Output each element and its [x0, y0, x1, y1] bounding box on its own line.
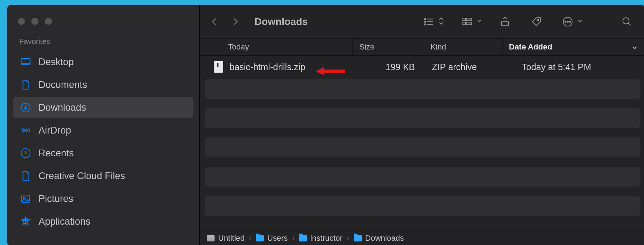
download-icon — [20, 102, 31, 113]
sidebar-item-recents[interactable]: Recents — [13, 142, 194, 164]
svg-point-3 — [24, 129, 27, 132]
column-header-date-added[interactable]: Date Added — [503, 38, 644, 55]
toolbar: Downloads — [200, 5, 644, 38]
folder-icon — [354, 235, 362, 241]
sidebar-item-label: Creative Cloud Files — [38, 171, 125, 182]
sidebar-item-pictures[interactable]: Pictures — [13, 188, 194, 209]
path-segment-untitled[interactable]: Untitled — [207, 234, 245, 243]
svg-point-9 — [424, 21, 426, 22]
search-button[interactable] — [618, 13, 635, 30]
action-menu-button[interactable] — [559, 13, 583, 30]
file-row-empty — [205, 108, 640, 128]
view-list-control[interactable] — [420, 13, 444, 30]
drive-icon — [207, 235, 215, 241]
close-window-button[interactable] — [18, 18, 25, 25]
file-name: basic-html-drills.zip — [230, 62, 305, 72]
svg-rect-17 — [467, 22, 469, 24]
file-date-cell: Today at 5:41 PM — [508, 62, 631, 72]
path-segment-instructor[interactable]: instructor — [299, 234, 342, 243]
sidebar-item-desktop[interactable]: Desktop — [13, 51, 194, 73]
applications-icon — [20, 216, 31, 227]
file-row-empty — [205, 137, 640, 157]
airdrop-icon — [20, 125, 31, 136]
annotation-arrow-icon — [315, 64, 347, 78]
file-list: basic-html-drills.zip 199 KB ZIP archive… — [200, 56, 644, 230]
file-row-empty — [205, 196, 640, 216]
svg-line-26 — [628, 23, 630, 25]
image-icon — [20, 193, 31, 204]
column-header-kind[interactable]: Kind — [424, 38, 503, 55]
svg-rect-16 — [463, 22, 466, 24]
file-kind-cell: ZIP archive — [429, 62, 508, 72]
ellipsis-circle-icon — [559, 13, 576, 30]
svg-marker-28 — [316, 67, 324, 75]
folder-icon — [256, 235, 264, 241]
sidebar-item-applications[interactable]: Applications — [13, 211, 194, 232]
sidebar-item-label: Documents — [38, 79, 87, 90]
file-row[interactable]: basic-html-drills.zip 199 KB ZIP archive… — [205, 57, 640, 77]
main-area: Downloads — [200, 5, 644, 245]
column-header-row: Today Size Kind Date Added — [200, 38, 644, 56]
grid-group-icon — [459, 13, 476, 30]
svg-rect-0 — [21, 58, 30, 65]
svg-point-20 — [537, 19, 539, 21]
list-view-icon — [420, 13, 437, 30]
document-icon — [20, 170, 31, 182]
svg-rect-18 — [470, 22, 472, 24]
minimize-window-button[interactable] — [31, 18, 38, 25]
path-separator-icon: › — [249, 234, 252, 243]
svg-point-7 — [424, 18, 426, 20]
sidebar-section-label: Favorites — [7, 37, 199, 51]
svg-point-23 — [567, 21, 568, 22]
sidebar-item-label: Desktop — [38, 57, 74, 68]
share-button[interactable] — [496, 13, 514, 30]
column-header-name[interactable]: Today — [200, 38, 353, 55]
path-separator-icon: › — [347, 234, 349, 243]
sidebar-item-creative-cloud-files[interactable]: Creative Cloud Files — [13, 165, 194, 187]
svg-point-22 — [565, 21, 566, 22]
sidebar-item-label: Applications — [38, 216, 91, 227]
svg-point-24 — [570, 21, 571, 22]
file-row-empty — [205, 167, 640, 187]
window-traffic-lights — [7, 12, 199, 37]
chevron-down-icon — [476, 18, 482, 25]
path-segment-downloads[interactable]: Downloads — [354, 234, 404, 243]
path-segment-users[interactable]: Users — [256, 234, 288, 243]
svg-rect-15 — [470, 18, 472, 20]
tags-button[interactable] — [528, 13, 545, 30]
sidebar-item-documents[interactable]: Documents — [13, 74, 194, 95]
chevron-up-down-icon — [438, 16, 444, 27]
zip-file-icon — [214, 61, 223, 73]
file-row-empty — [205, 79, 640, 99]
toolbar-right-group — [420, 13, 635, 30]
path-bar: Untitled › Users › instructor › Download… — [200, 230, 644, 245]
file-size-cell: 199 KB — [358, 62, 429, 72]
clock-icon — [20, 147, 31, 159]
desktop-icon — [20, 56, 31, 68]
path-separator-icon: › — [292, 234, 294, 243]
group-by-control[interactable] — [459, 13, 482, 30]
nav-forward-button[interactable] — [227, 14, 243, 30]
column-header-size[interactable]: Size — [353, 38, 424, 55]
location-title: Downloads — [254, 16, 308, 27]
file-name-cell: basic-html-drills.zip — [205, 61, 358, 73]
sidebar-item-label: Pictures — [38, 193, 73, 204]
sidebar-item-label: Downloads — [38, 102, 86, 113]
nav-back-button[interactable] — [207, 14, 222, 30]
zoom-window-button[interactable] — [45, 18, 52, 25]
document-icon — [20, 79, 31, 90]
sidebar-item-airdrop[interactable]: AirDrop — [13, 120, 194, 141]
sidebar-item-downloads[interactable]: Downloads — [13, 97, 194, 118]
finder-window: Favorites Desktop Documents Downloads Ai… — [6, 4, 644, 245]
svg-rect-14 — [467, 18, 469, 20]
svg-rect-13 — [463, 18, 466, 20]
sidebar-item-label: AirDrop — [38, 125, 71, 136]
svg-point-25 — [623, 17, 629, 24]
chevron-down-icon — [632, 44, 638, 50]
folder-icon — [299, 235, 307, 241]
svg-rect-5 — [22, 195, 30, 202]
svg-point-11 — [424, 24, 426, 25]
sidebar-item-label: Recents — [38, 148, 74, 159]
chevron-down-icon — [577, 18, 583, 25]
sidebar: Favorites Desktop Documents Downloads Ai… — [7, 5, 200, 245]
